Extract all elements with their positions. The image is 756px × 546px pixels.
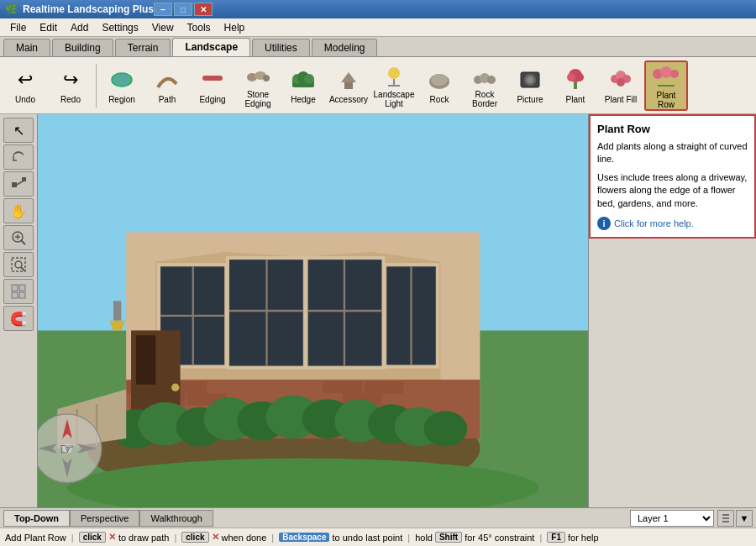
svg-rect-44 — [12, 292, 18, 298]
svg-point-10 — [388, 67, 400, 79]
edging-button[interactable]: Edging — [191, 60, 234, 111]
tab-modeling[interactable]: Modeling — [312, 39, 378, 56]
app-icon: 🌿 — [5, 3, 18, 15]
redo-button[interactable]: ↪ Redo — [49, 60, 92, 111]
top-down-view-button[interactable]: Top-Down — [3, 510, 70, 527]
svg-rect-9 — [344, 82, 353, 89]
svg-rect-75 — [136, 335, 155, 385]
tab-utilities[interactable]: Utilities — [252, 39, 310, 56]
click-icon-1: ✕ — [108, 532, 116, 543]
hedge-icon — [290, 66, 317, 93]
step-2-text: when done — [222, 533, 267, 543]
step-4-text: for 45° constraint — [465, 533, 534, 543]
hedge-label: Hedge — [291, 95, 315, 104]
step-1-text: to draw path — [118, 533, 170, 543]
zoom-area-button[interactable] — [3, 252, 34, 277]
svg-rect-45 — [19, 292, 25, 298]
layer-icons: ▼ — [717, 510, 753, 527]
menubar: File Edit Add Settings View Tools Help — [0, 18, 756, 37]
canvas-area[interactable]: ☞ — [38, 114, 588, 507]
plant-row-label: Plant Row — [648, 91, 685, 109]
redo-icon: ↪ — [57, 66, 84, 93]
plant-fill-button[interactable]: Plant Fill — [599, 60, 643, 111]
menu-edit[interactable]: Edit — [33, 20, 64, 35]
layer-dropdown[interactable]: Layer 1 Layer 2 Layer 3 — [630, 510, 714, 527]
svg-rect-1 — [202, 76, 223, 81]
menu-settings[interactable]: Settings — [95, 20, 144, 35]
3d-scene: ☞ — [38, 114, 588, 507]
svg-line-36 — [21, 240, 25, 244]
menu-add[interactable]: Add — [64, 20, 95, 35]
redo-label: Redo — [60, 95, 81, 104]
svg-point-30 — [660, 66, 672, 78]
backspace-key: Backspace — [279, 533, 329, 542]
landscape-light-icon — [381, 63, 407, 88]
app-title: Realtime Landscaping Plus — [23, 3, 154, 15]
perspective-view-button[interactable]: Perspective — [70, 510, 139, 527]
grid-button[interactable] — [3, 279, 34, 304]
tooltip-help-link[interactable]: i Click for more help. — [597, 217, 748, 230]
undo-button[interactable]: ↩ Undo — [3, 60, 47, 111]
close-button[interactable]: ✕ — [194, 3, 213, 16]
layer-select-area: Layer 1 Layer 2 Layer 3 ▼ — [630, 510, 753, 527]
rock-button[interactable]: Rock — [417, 60, 461, 111]
layer-expand-button[interactable]: ▼ — [736, 510, 753, 527]
minimize-button[interactable]: − — [154, 3, 172, 16]
picture-label: Picture — [517, 95, 543, 104]
undo-icon: ↩ — [12, 66, 39, 93]
tab-building[interactable]: Building — [52, 39, 113, 56]
stone-edging-button[interactable]: Stone Edging — [236, 60, 280, 111]
help-icon: i — [597, 217, 611, 230]
tooltip-text: Add plants along a straight of curved li… — [597, 140, 748, 166]
layer-options-button[interactable] — [717, 510, 734, 527]
svg-point-17 — [487, 76, 496, 84]
status-step-3: Backspace to undo last point — [279, 533, 402, 543]
hedge-button[interactable]: Hedge — [281, 60, 325, 111]
edit-nodes-button[interactable] — [3, 171, 34, 197]
pan-button[interactable]: ✋ — [3, 198, 34, 223]
svg-point-4 — [263, 75, 270, 81]
snap-button[interactable]: 🧲 — [3, 306, 34, 331]
path-button[interactable]: Path — [145, 60, 189, 111]
separator-1 — [96, 64, 97, 108]
tooltip-title: Plant Row — [597, 123, 748, 135]
menu-help[interactable]: Help — [218, 20, 252, 35]
maximize-button[interactable]: □ — [174, 3, 192, 16]
svg-point-76 — [171, 384, 179, 391]
region-label: Region — [108, 95, 135, 104]
accessory-button[interactable]: Accessory — [327, 60, 370, 111]
zoom-button[interactable] — [3, 225, 34, 250]
rock-border-button[interactable]: Rock Border — [463, 60, 507, 111]
plant-button[interactable]: Plant — [554, 60, 597, 111]
menu-tools[interactable]: Tools — [181, 20, 218, 35]
undo-tool-button[interactable] — [3, 144, 34, 170]
region-button[interactable]: Region — [100, 60, 144, 111]
status-step-4: hold Shift for 45° constraint — [415, 532, 534, 543]
svg-rect-24 — [574, 82, 577, 89]
plant-row-button[interactable]: Plant Row — [644, 60, 688, 111]
step-3-text: to undo last point — [332, 533, 402, 543]
tab-terrain[interactable]: Terrain — [115, 39, 171, 56]
main-area: ↖ ✋ 🧲 — [0, 114, 756, 507]
main-tabbar: Main Building Terrain Landscape Utilitie… — [0, 37, 756, 57]
svg-point-0 — [112, 73, 132, 87]
select-tool-button[interactable]: ↖ — [3, 118, 34, 143]
tab-landscape[interactable]: Landscape — [172, 38, 250, 56]
walkthrough-view-button[interactable]: Walkthrough — [139, 510, 213, 527]
svg-point-14 — [431, 74, 448, 86]
svg-point-8 — [304, 74, 314, 84]
svg-rect-77 — [113, 301, 121, 320]
svg-point-40 — [15, 261, 22, 268]
shift-key: Shift — [435, 532, 462, 543]
menu-file[interactable]: File — [3, 20, 33, 35]
plant-label: Plant — [566, 95, 585, 104]
svg-rect-33 — [12, 182, 17, 187]
status-step-2: click ✕ when done — [181, 532, 266, 543]
landscape-light-button[interactable]: Landscape Light — [372, 60, 416, 111]
menu-view[interactable]: View — [145, 20, 181, 35]
plant-icon — [562, 66, 589, 93]
svg-point-28 — [617, 78, 625, 87]
picture-button[interactable]: Picture — [508, 60, 552, 111]
help-link-text: Click for more help. — [614, 218, 694, 228]
tab-main[interactable]: Main — [3, 39, 50, 56]
